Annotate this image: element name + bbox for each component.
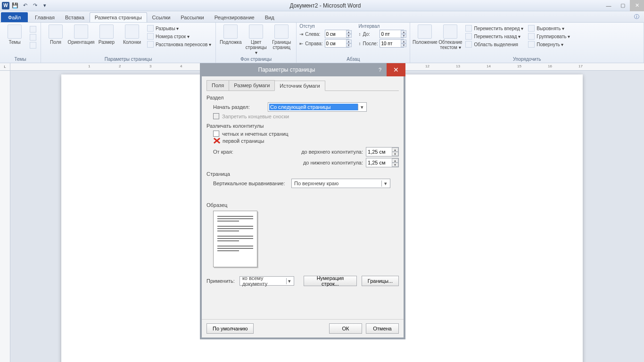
preview-group: Образец: [206, 202, 399, 267]
ribbon-tabs: Файл Главная Вставка Разметка страницы С…: [0, 11, 644, 23]
ruler-corner[interactable]: L: [0, 63, 10, 71]
themes-button[interactable]: Темы: [3, 24, 26, 46]
ribbon: Темы Темы Поля Ориентация Размер Колонки…: [0, 23, 644, 63]
size-button[interactable]: Размер: [95, 24, 118, 46]
wrap-text-button[interactable]: Обтекание текстом ▾: [438, 24, 462, 51]
columns-icon: [125, 25, 139, 39]
tab-view[interactable]: Вид: [260, 12, 280, 22]
spacing-before-field[interactable]: ▲▼: [380, 30, 407, 38]
save-icon[interactable]: 💾: [11, 1, 19, 10]
section-group: Раздел Начать раздел: Со следующей стран…: [206, 95, 399, 119]
dialog-tab-margins[interactable]: Поля: [206, 80, 229, 90]
align-button[interactable]: Выровнять ▾: [527, 25, 571, 32]
page-group: Страница Вертикальное выравнивание: По в…: [206, 171, 399, 188]
word-app-icon: W: [2, 2, 9, 9]
dialog-close-button[interactable]: ✕: [387, 63, 405, 76]
breaks-button[interactable]: Разрывы ▾: [146, 25, 213, 32]
checkbox-icon: [213, 131, 219, 137]
apply-to-label: Применить:: [206, 278, 235, 284]
tab-page-layout[interactable]: Разметка страницы: [90, 12, 147, 22]
indent-header: Отступ: [299, 24, 352, 29]
spacing-after-icon: ↕: [359, 41, 361, 46]
hyphenation-icon: [147, 41, 154, 48]
checkbox-icon: [213, 113, 219, 119]
bring-forward-button[interactable]: Переместить вперед ▾: [464, 25, 525, 32]
theme-colors-icon[interactable]: [28, 25, 38, 33]
line-numbers-dialog-button[interactable]: Нумерация строк...: [304, 276, 357, 286]
send-backward-icon: [465, 33, 472, 40]
footer-distance-field[interactable]: ▲▼: [366, 158, 399, 167]
tab-mailings[interactable]: Рассылки: [175, 12, 209, 22]
rotate-icon: [528, 41, 535, 48]
group-page-setup: Поля Ориентация Размер Колонки Разрывы ▾…: [41, 23, 216, 63]
ok-button[interactable]: ОК: [329, 323, 362, 334]
window-controls: — ▢ ✕: [602, 0, 644, 11]
tab-references[interactable]: Ссылки: [147, 12, 176, 22]
minimize-button[interactable]: —: [602, 0, 616, 11]
ribbon-help-icon[interactable]: ⓘ: [629, 11, 644, 22]
dialog-title: Параметры страницы: [200, 66, 373, 73]
theme-effects-icon[interactable]: [28, 41, 38, 49]
close-button[interactable]: ✕: [630, 0, 644, 11]
margins-icon: [49, 25, 63, 39]
selection-pane-icon: [465, 41, 472, 48]
redo-icon[interactable]: ↷: [31, 1, 39, 10]
dialog-tab-layout[interactable]: Источник бумаги: [274, 81, 325, 91]
position-button[interactable]: Положение: [413, 24, 437, 46]
group-button[interactable]: Группировать ▾: [527, 33, 571, 40]
send-backward-button[interactable]: Переместить назад ▾: [464, 33, 525, 40]
odd-even-checkbox[interactable]: четных и нечетных страниц: [213, 131, 399, 137]
columns-button[interactable]: Колонки: [120, 24, 144, 46]
spacing-before-icon: ↕: [359, 32, 361, 37]
indent-right-field[interactable]: ▲▼: [325, 39, 352, 48]
selection-pane-button[interactable]: Область выделения: [464, 41, 525, 48]
page-borders-button[interactable]: Границы страниц: [270, 24, 293, 51]
dialog-help-icon[interactable]: ?: [373, 63, 387, 76]
chevron-down-icon: ▾: [286, 278, 293, 284]
section-start-label: Начать раздел:: [213, 104, 265, 110]
size-icon: [99, 25, 114, 39]
tab-review[interactable]: Рецензирование: [209, 12, 260, 22]
title-bar: W 💾 ↶ ↷ ▾ Документ2 - Microsoft Word — ▢…: [0, 0, 644, 11]
margins-button[interactable]: Поля: [44, 24, 67, 46]
spacing-after-field[interactable]: ▲▼: [380, 39, 407, 48]
headers-group: Различать колонтитулы четных и нечетных …: [206, 123, 399, 167]
watermark-button[interactable]: Подложка: [219, 24, 242, 46]
page-color-button[interactable]: Цвет страницы ▾: [244, 24, 268, 56]
theme-fonts-icon[interactable]: [28, 33, 38, 41]
tab-insert[interactable]: Вставка: [60, 12, 90, 22]
line-numbers-icon: [147, 33, 154, 40]
borders-dialog-button[interactable]: Границы...: [362, 276, 399, 286]
page-color-icon: [249, 25, 263, 39]
hyphenation-button[interactable]: Расстановка переносов ▾: [146, 41, 213, 48]
maximize-button[interactable]: ▢: [616, 0, 630, 11]
dialog-footer: По умолчанию ОК Отмена: [202, 319, 404, 337]
default-button[interactable]: По умолчанию: [206, 323, 254, 334]
first-page-checkbox[interactable]: первой страницы: [213, 138, 399, 144]
cancel-button[interactable]: Отмена: [366, 323, 399, 334]
tab-file[interactable]: Файл: [1, 12, 28, 22]
chevron-down-icon: ▾: [381, 181, 389, 187]
header-distance-field[interactable]: ▲▼: [366, 147, 399, 156]
group-paragraph: Отступ ⇥Слева: ▲▼ ⇤Справа: ▲▼ Интервал ↕…: [297, 23, 410, 63]
breaks-icon: [147, 25, 154, 32]
tab-home[interactable]: Главная: [30, 12, 60, 22]
dialog-tabs: Поля Размер бумаги Источник бумаги: [206, 80, 399, 91]
indent-left-field[interactable]: ▲▼: [325, 30, 352, 38]
dialog-tab-paper[interactable]: Размер бумаги: [229, 80, 275, 90]
rotate-button[interactable]: Повернуть ▾: [527, 41, 571, 48]
suppress-endnotes-checkbox: Запретить концевые сноски: [213, 113, 399, 119]
dialog-titlebar: Параметры страницы ? ✕: [200, 63, 405, 76]
themes-icon: [8, 25, 22, 39]
indent-right-icon: ⇤: [299, 41, 303, 46]
line-numbers-button[interactable]: Номера строк ▾: [146, 33, 213, 40]
valign-select[interactable]: По верхнему краю ▾: [291, 179, 390, 188]
watermark-icon: [223, 25, 238, 39]
bring-forward-icon: [465, 25, 472, 32]
undo-icon[interactable]: ↶: [21, 1, 29, 10]
qat-more-icon[interactable]: ▾: [41, 1, 49, 10]
apply-to-select[interactable]: ко всему документу ▾: [239, 276, 294, 286]
ruler-vertical[interactable]: [0, 71, 10, 362]
section-start-select[interactable]: Со следующей страницы ▾: [268, 102, 367, 112]
orientation-button[interactable]: Ориентация: [69, 24, 93, 46]
